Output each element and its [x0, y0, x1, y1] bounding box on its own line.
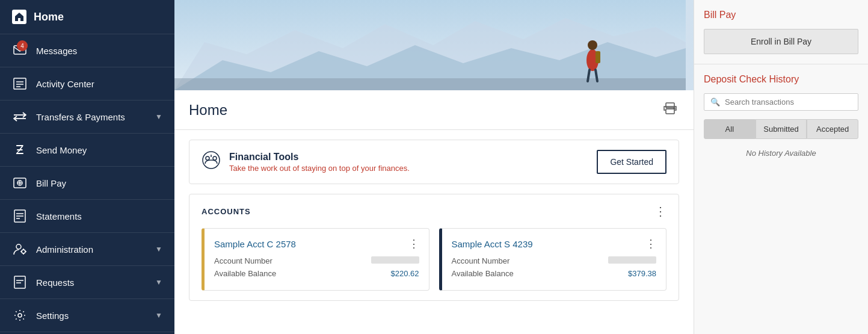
- filter-tab-all[interactable]: All: [704, 119, 756, 139]
- sidebar: Home 4 Messages Activity Center: [0, 0, 174, 334]
- account-0-menu-button[interactable]: ⋮: [408, 237, 419, 250]
- sidebar-item-transfers-payments[interactable]: Transfers & Payments ▼: [0, 101, 174, 134]
- messages-badge: 4: [17, 40, 28, 51]
- sidebar-item-settings[interactable]: Settings ▼: [0, 299, 174, 332]
- sidebar-messages-label: Messages: [36, 46, 162, 56]
- enroll-bill-pay-button[interactable]: Enroll in Bill Pay: [704, 29, 858, 54]
- financial-tools-text: Financial Tools Take the work out of sta…: [229, 152, 410, 173]
- sidebar-send-money-label: Send Money: [36, 145, 162, 155]
- accounts-menu-button[interactable]: ⋮: [654, 204, 666, 218]
- administration-icon: [12, 241, 28, 257]
- settings-chevron-icon: ▼: [155, 311, 162, 320]
- account-1-number-masked: [608, 256, 656, 264]
- svg-rect-1: [14, 78, 26, 89]
- sidebar-requests-label: Requests: [36, 277, 155, 288]
- activity-center-icon: [12, 76, 28, 91]
- search-icon: 🔍: [710, 97, 720, 107]
- page-header: Home: [174, 90, 694, 130]
- requests-chevron-icon: ▼: [155, 278, 162, 286]
- page-content: Home: [174, 90, 694, 334]
- account-0-balance-label: Available Balance: [214, 269, 276, 278]
- sidebar-statements-label: Statements: [36, 211, 162, 221]
- sidebar-item-activity-center[interactable]: Activity Center: [0, 67, 174, 101]
- account-card-1: Sample Acct S 4239 ⋮ Account Number Avai…: [439, 228, 667, 291]
- account-1-number-label: Account Number: [452, 256, 510, 265]
- svg-rect-31: [596, 51, 600, 63]
- main-content-area: Home: [174, 0, 694, 334]
- financial-tools-icon: [202, 150, 221, 174]
- account-1-name: Sample Acct S 4239: [452, 239, 533, 249]
- svg-point-39: [213, 156, 217, 160]
- page-title: Home: [189, 102, 227, 119]
- svg-point-30: [588, 40, 597, 50]
- accounts-grid: Sample Acct C 2578 ⋮ Account Number Avai…: [202, 228, 666, 291]
- print-button[interactable]: [661, 100, 679, 120]
- account-1-balance-label: Available Balance: [452, 269, 514, 278]
- svg-point-38: [206, 156, 209, 160]
- account-0-number-label: Account Number: [214, 256, 272, 265]
- sidebar-item-statements[interactable]: Statements: [0, 200, 174, 233]
- account-1-menu-button[interactable]: ⋮: [645, 237, 656, 250]
- requests-icon: [12, 274, 28, 290]
- account-0-number-row: Account Number: [214, 256, 419, 265]
- account-0-name: Sample Acct C 2578: [214, 239, 296, 249]
- sidebar-item-administration[interactable]: Administration ▼: [0, 233, 174, 266]
- sidebar-item-requests[interactable]: Requests ▼: [0, 266, 174, 299]
- sidebar-transfers-label: Transfers & Payments: [36, 112, 155, 122]
- deposit-check-section: Deposit Check History 🔍 All Submitted Ac…: [694, 64, 868, 167]
- account-card-0: Sample Acct C 2578 ⋮ Account Number Avai…: [202, 228, 429, 291]
- administration-chevron-icon: ▼: [155, 245, 162, 253]
- accounts-section-title: ACCOUNTS: [202, 207, 251, 216]
- account-card-0-header: Sample Acct C 2578 ⋮: [214, 237, 419, 250]
- sidebar-item-send-money[interactable]: Ƶ Send Money: [0, 134, 174, 167]
- sidebar-administration-label: Administration: [36, 244, 155, 255]
- svg-rect-34: [666, 103, 674, 108]
- svg-rect-21: [14, 276, 25, 288]
- svg-point-36: [674, 108, 675, 109]
- account-card-1-header: Sample Acct S 4239 ⋮: [452, 237, 657, 250]
- home-icon: [12, 10, 26, 24]
- financial-tools-subtitle: Take the work out of staying on top of y…: [229, 164, 410, 173]
- search-input[interactable]: [725, 97, 852, 107]
- filter-tab-submitted[interactable]: Submitted: [756, 119, 807, 139]
- filter-tab-accepted[interactable]: Accepted: [807, 119, 858, 139]
- filter-tabs: All Submitted Accepted: [704, 119, 858, 139]
- account-1-number-row: Account Number: [452, 256, 657, 265]
- send-money-icon: Ƶ: [12, 142, 28, 158]
- transfers-icon: [12, 109, 28, 125]
- svg-point-24: [18, 314, 22, 317]
- accounts-section: ACCOUNTS ⋮ Sample Acct C 2578 ⋮ Account …: [189, 194, 679, 301]
- bill-pay-icon: [12, 175, 28, 191]
- banner-image: [174, 0, 694, 90]
- sidebar-bill-pay-label: Bill Pay: [36, 178, 162, 188]
- svg-point-16: [22, 250, 25, 253]
- sidebar-item-bill-pay[interactable]: Bill Pay: [0, 167, 174, 200]
- financial-tools-section: Financial Tools Take the work out of sta…: [189, 140, 679, 184]
- no-history-text: No History Available: [704, 149, 858, 158]
- bill-pay-section: Bill Pay Enroll in Bill Pay: [694, 0, 868, 64]
- account-0-number-masked: [371, 256, 419, 264]
- transfers-chevron-icon: ▼: [155, 113, 162, 121]
- statements-icon: [12, 208, 28, 224]
- deposit-check-title: Deposit Check History: [704, 74, 858, 85]
- sidebar-activity-label: Activity Center: [36, 79, 162, 89]
- sidebar-item-messages[interactable]: 4 Messages: [0, 34, 174, 67]
- bill-pay-title: Bill Pay: [704, 10, 858, 20]
- svg-rect-28: [174, 78, 686, 90]
- svg-rect-35: [666, 109, 674, 114]
- svg-point-15: [16, 244, 21, 249]
- account-1-balance: $379.38: [628, 269, 656, 278]
- financial-tools-info: Financial Tools Take the work out of sta…: [202, 150, 410, 174]
- sidebar-home-label: Home: [34, 11, 64, 23]
- get-started-button[interactable]: Get Started: [597, 150, 666, 174]
- sidebar-home-item[interactable]: Home: [0, 0, 174, 34]
- sidebar-settings-label: Settings: [36, 311, 155, 321]
- account-0-balance-row: Available Balance $220.62: [214, 269, 419, 278]
- financial-tools-title: Financial Tools: [229, 152, 410, 162]
- right-panel: Bill Pay Enroll in Bill Pay Deposit Chec…: [694, 0, 868, 334]
- search-wrap: 🔍: [704, 93, 858, 111]
- account-1-balance-row: Available Balance $379.38: [452, 269, 657, 278]
- account-0-balance: $220.62: [391, 269, 419, 278]
- accounts-header: ACCOUNTS ⋮: [202, 204, 666, 218]
- settings-icon: [12, 308, 28, 323]
